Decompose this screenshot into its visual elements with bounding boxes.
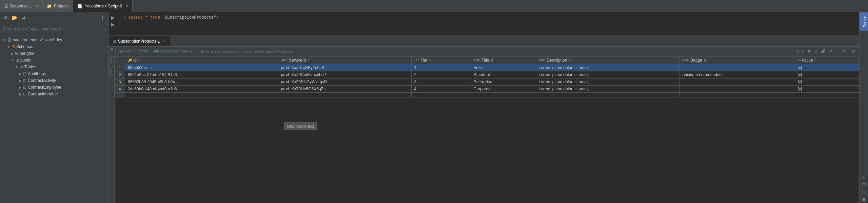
title-sort-icon[interactable]: ⇅ [491, 59, 493, 62]
row4-tier[interactable]: 4 [411, 86, 471, 93]
row1-title[interactable]: Free [471, 64, 536, 71]
script-tab-close[interactable]: ✕ [125, 4, 128, 8]
tree-item-contractemployee[interactable]: ▶ ⊡ ContractEmployee [0, 84, 108, 91]
tab-projects[interactable]: 📁 Projects [43, 0, 73, 12]
table-settings-icon[interactable]: ⊡ [813, 49, 818, 54]
contractactivity-icon: ⊡ [23, 78, 26, 83]
row1-tier[interactable]: 1 [411, 64, 471, 71]
row4-active[interactable]: [v] [795, 86, 859, 93]
row1-badge[interactable] [679, 64, 795, 71]
tab-script[interactable]: 📄 *<localhost> Script-6 ✕ [73, 0, 133, 12]
row3-serviceid[interactable]: prod_KxZ9SNGyWxLgsD [278, 78, 411, 86]
search-input[interactable] [3, 27, 100, 31]
open-button[interactable]: 📂 [10, 14, 19, 21]
nav-next-icon[interactable]: ▽ [801, 49, 805, 54]
row3-tier[interactable]: 3 [411, 78, 471, 86]
apply-filter-icon[interactable]: ⚙ [807, 49, 812, 54]
panels-tab[interactable]: Panels [860, 12, 868, 31]
col-title-label: Title [481, 58, 489, 63]
col-header-id[interactable]: 🔑 Id ⇅ [125, 57, 278, 64]
row3-description[interactable]: Lorem ipsum dolor sit amet, [536, 78, 679, 86]
tree-item-schemas[interactable]: ▼ ⊞ Schemas [0, 43, 108, 50]
tree-item-tables[interactable]: ▼ ⊞ Tables [0, 64, 108, 70]
result-tab-grid-icon: ⊞ [113, 39, 116, 44]
id-sort-icon[interactable]: ⇅ [138, 59, 141, 62]
link-icon[interactable]: 🔗 [820, 49, 827, 54]
row3-active[interactable]: [v] [795, 78, 859, 86]
table-row[interactable]: 3 65583b89-2945-49b3-b04... prod_KxZ9SNG… [115, 78, 859, 86]
row3-badge[interactable] [679, 78, 795, 86]
active-sort-icon[interactable]: ⇅ [814, 59, 817, 62]
row1-description[interactable]: Lorem ipsum dolor sit amet, [536, 64, 679, 71]
col-header-description[interactable]: ABC Description ⇅ [536, 57, 679, 64]
serviceid-sort-icon[interactable]: ⇅ [307, 59, 310, 62]
result-tab-subscriptions[interactable]: ⊞ SubscriptionProducts 1 ✕ [108, 36, 170, 46]
grid-mode-icon[interactable]: ⊞ [111, 48, 113, 51]
nav-prev-icon[interactable]: ◁ [794, 49, 799, 54]
commit-icon[interactable]: ▷▷ [850, 49, 857, 54]
editor-area[interactable]: ▶ 1 select * from "SubscriptionProducts"… [108, 12, 859, 36]
result-tab-label: SubscriptionProducts 1 [118, 39, 160, 44]
row3-id[interactable]: 65583b89-2945-49b3-b04... [125, 78, 278, 86]
table-row[interactable]: 4 2dc60b8d-48bd-4bd0-a1b6... prod_KxZ9Hn… [115, 86, 859, 93]
right-btn-3[interactable]: ⊡ [860, 188, 868, 196]
row1-active[interactable]: [v] [795, 64, 859, 71]
row2-tier[interactable]: 2 [411, 71, 471, 78]
tab-database[interactable]: 🗄 Database ... ✕ [0, 0, 43, 12]
tree-item-auditlogs[interactable]: ▶ ⊡ AuditLogs [0, 70, 108, 77]
row2-description[interactable]: Lorem ipsum dolor sit amet, [536, 71, 679, 78]
table-row[interactable]: 2 6961a5bc-07bd-4152-91a3-... prod_KxZ9C… [115, 71, 859, 78]
tree-item-hangfire[interactable]: ▶ ⊞ hangfire [0, 50, 108, 57]
right-btn-1[interactable]: ⊞ [860, 173, 868, 181]
run-indicator-2[interactable]: ▶ [111, 22, 116, 27]
export-icon[interactable]: ↗ [828, 49, 833, 54]
row2-badge[interactable]: pricing.recommended [679, 71, 795, 78]
add-row-icon[interactable]: +▷ [842, 49, 848, 54]
tier-sort-icon[interactable]: ⇅ [429, 59, 432, 62]
row2-serviceid[interactable]: prod_KxZ9Cm6kmcbbcP [278, 71, 411, 78]
filter-expression-input[interactable] [201, 49, 792, 53]
empty-cell [795, 93, 859, 95]
col-header-badge[interactable]: ABC Badge ⇅ [679, 57, 795, 64]
tree-item-database[interactable]: ▼ 🗄 saasfrontends-v1-vue2-dev [0, 37, 108, 43]
sync-button[interactable]: ⇄ [20, 14, 27, 21]
filter-icon[interactable]: ▽ [102, 27, 105, 31]
more-button[interactable]: ⋮ [99, 14, 106, 21]
more-options-icon[interactable]: ⋮ [834, 49, 840, 54]
table-row[interactable]: 1 f605533e-e... prod_KxZ9zoSEyYehu9 1 Fr… [115, 64, 859, 71]
col-header-tier[interactable]: 123 Tier ⇅ [411, 57, 471, 64]
data-table-container[interactable]: 🔑 Id ⇅ ABC ServiceId ⇅ [115, 56, 859, 203]
result-tab-close[interactable]: ✕ [163, 39, 166, 43]
row4-description[interactable]: Lorem ipsum dolor sit amet, [536, 86, 679, 93]
row1-serviceid[interactable]: prod_KxZ9zoSEyYehu9 [278, 64, 411, 71]
row-num-2: 2 [115, 71, 125, 78]
contractmember-icon: ⊡ [23, 92, 26, 96]
text-mode-icon[interactable]: ≡ [111, 52, 113, 55]
row2-active[interactable]: [v] [795, 71, 859, 78]
col-header-active[interactable]: ☑ Active ⇅ [795, 57, 859, 64]
main-content: ↺ 📂 ⇄ ⋮ ▽ ▼ 🗄 saasfrontends-v1-vue2-dev … [0, 12, 868, 203]
badge-sort-icon[interactable]: ⇅ [704, 59, 706, 62]
tree-item-public[interactable]: ▼ ⊞ public [0, 57, 108, 64]
tree-item-contractactivity[interactable]: ▶ ⊡ ContractActivity [0, 77, 108, 84]
run-indicator[interactable]: ▶ [111, 15, 116, 20]
col-header-title[interactable]: ABC Title ⇅ [471, 57, 536, 64]
database-tab-close[interactable]: ✕ [36, 4, 38, 8]
row3-title[interactable]: Enterprise [471, 78, 536, 86]
row4-badge[interactable] [679, 86, 795, 93]
right-btn-4[interactable]: ⊟ [860, 196, 868, 203]
refresh-button[interactable]: ↺ [2, 14, 9, 21]
tree-item-contractmember[interactable]: ▶ ⊡ ContractMember [0, 91, 108, 97]
row2-id[interactable]: 6961a5bc-07bd-4152-91a3-... [125, 71, 278, 78]
row4-id[interactable]: 2dc60b8d-48bd-4bd0-a1b6... [125, 86, 278, 93]
right-btn-2[interactable]: ◫ [860, 181, 868, 188]
text-label[interactable]: Text [108, 67, 114, 76]
grid-label[interactable]: Grid [108, 56, 114, 65]
row1-id[interactable]: f605533e-e... [125, 64, 278, 71]
row4-serviceid[interactable]: prod_KxZ9Hn5O6X6qZU [278, 86, 411, 93]
row-num-1: 1 [115, 64, 125, 71]
col-header-serviceid[interactable]: ABC ServiceId ⇅ [278, 57, 411, 64]
row2-title[interactable]: Standard [471, 71, 536, 78]
row4-title[interactable]: Corporate [471, 86, 536, 93]
description-sort-icon[interactable]: ⇅ [568, 59, 571, 62]
